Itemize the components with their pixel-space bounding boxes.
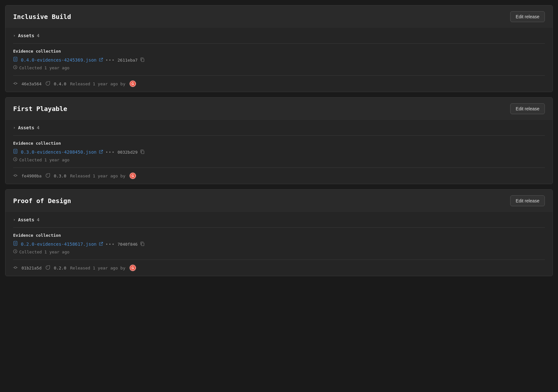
assets-section-proof-of-design: › Assets 4 <box>13 212 545 228</box>
evidence-collection-label: Evidence collection <box>13 141 545 146</box>
release-footer-first-playable: fe4900ba 0.3.0 Released 1 year ago by <box>13 168 545 184</box>
assets-section-inclusive-build: › Assets 4 <box>13 28 545 44</box>
tag-value: 0.2.0 <box>54 266 66 270</box>
chevron-right-icon: › <box>13 217 15 222</box>
tag-icon <box>46 81 50 87</box>
external-link-icon <box>99 150 103 155</box>
assets-count: 4 <box>37 33 39 38</box>
external-link-icon <box>99 58 103 63</box>
commit-icon <box>13 173 18 179</box>
assets-toggle-first-playable[interactable]: › Assets 4 <box>13 125 545 130</box>
evidence-file-link[interactable]: 0.3.0-evidences-4208450.json <box>21 149 97 155</box>
tag-icon <box>46 265 50 271</box>
commit-hash: 46e3a564 <box>21 81 42 86</box>
tag-icon <box>46 173 50 179</box>
evidence-section-first-playable: Evidence collection 0.3.0-evidences-4208… <box>13 136 545 168</box>
assets-count: 4 <box>37 217 39 222</box>
file-icon <box>13 241 18 247</box>
chevron-right-icon: › <box>13 125 15 130</box>
evidence-file-row: 0.4.0-evidences-4245369.json ••• 2611eba… <box>13 57 545 63</box>
hash-dots: ••• <box>106 150 115 155</box>
collected-row: Collected 1 year ago <box>13 249 545 254</box>
file-icon <box>13 149 18 155</box>
copy-icon[interactable] <box>140 57 145 63</box>
file-icon <box>13 57 18 63</box>
avatar: G <box>129 264 136 271</box>
edit-release-button-first-playable[interactable]: Edit release <box>510 103 545 114</box>
released-text: Released 1 year ago by <box>70 266 125 270</box>
release-body-first-playable: › Assets 4 Evidence collection <box>5 120 553 184</box>
collected-row: Collected 1 year ago <box>13 157 545 162</box>
hash-value: 7040f846 <box>118 242 138 247</box>
hash-dots: ••• <box>106 242 115 247</box>
commit-icon <box>13 265 18 271</box>
assets-label: Assets <box>18 125 34 130</box>
assets-count: 4 <box>37 125 39 130</box>
release-card-inclusive-build: Inclusive Build Edit release › Assets 4 … <box>5 5 553 92</box>
commit-hash: fe4900ba <box>21 174 42 178</box>
edit-release-button-inclusive-build[interactable]: Edit release <box>510 11 545 22</box>
evidence-file-link[interactable]: 0.2.0-evidences-4158617.json <box>21 242 97 247</box>
clock-icon <box>13 249 17 254</box>
svg-text:G: G <box>131 266 134 270</box>
external-link-icon <box>99 242 103 247</box>
svg-point-20 <box>14 175 16 176</box>
svg-point-6 <box>14 82 16 84</box>
release-footer-inclusive-build: 46e3a564 0.4.0 Released 1 year ago by <box>13 76 545 92</box>
clock-icon <box>13 65 17 70</box>
release-title-proof-of-design: Proof of Design <box>13 197 71 205</box>
released-text: Released 1 year ago by <box>70 174 125 178</box>
assets-toggle-inclusive-build[interactable]: › Assets 4 <box>13 33 545 38</box>
evidence-collection-label: Evidence collection <box>13 233 545 238</box>
collected-text: Collected 1 year ago <box>19 250 70 254</box>
evidence-file-link[interactable]: 0.4.0-evidences-4245369.json <box>21 57 97 63</box>
release-header-first-playable: First Playable Edit release <box>5 98 553 120</box>
copy-icon[interactable] <box>140 242 145 247</box>
commit-icon <box>13 81 18 87</box>
collected-text: Collected 1 year ago <box>19 65 70 70</box>
tag-value: 0.4.0 <box>54 81 66 86</box>
hash-value: 2611eba7 <box>118 58 138 63</box>
hash-value: 0032bd29 <box>118 150 138 155</box>
svg-rect-4 <box>141 59 144 62</box>
release-card-proof-of-design: Proof of Design Edit release › Assets 4 … <box>5 189 553 276</box>
collected-text: Collected 1 year ago <box>19 158 70 162</box>
collected-row: Collected 1 year ago <box>13 65 545 70</box>
tag-value: 0.3.0 <box>54 174 66 178</box>
assets-label: Assets <box>18 33 34 38</box>
evidence-section-inclusive-build: Evidence collection 0.4.0-evidences-4245… <box>13 44 545 76</box>
release-title-inclusive-build: Inclusive Build <box>13 13 71 21</box>
release-footer-proof-of-design: 01b21a5d 0.2.0 Released 1 year ago by <box>13 260 545 276</box>
svg-rect-18 <box>141 151 144 154</box>
svg-text:G: G <box>131 174 134 178</box>
chevron-right-icon: › <box>13 33 15 38</box>
evidence-section-proof-of-design: Evidence collection 0.2.0-evidences-4158… <box>13 228 545 260</box>
edit-release-button-proof-of-design[interactable]: Edit release <box>510 195 545 206</box>
evidence-collection-label: Evidence collection <box>13 49 545 54</box>
svg-point-37 <box>47 267 47 267</box>
assets-toggle-proof-of-design[interactable]: › Assets 4 <box>13 217 545 222</box>
assets-label: Assets <box>18 217 34 222</box>
evidence-file-row: 0.3.0-evidences-4208450.json ••• 0032bd2… <box>13 149 545 155</box>
assets-section-first-playable: › Assets 4 <box>13 120 545 136</box>
avatar: G <box>129 172 136 179</box>
svg-text:G: G <box>131 82 134 86</box>
commit-hash: 01b21a5d <box>21 266 42 270</box>
hash-dots: ••• <box>106 58 115 63</box>
evidence-file-row: 0.2.0-evidences-4158617.json ••• 7040f84… <box>13 241 545 247</box>
svg-point-9 <box>47 82 47 83</box>
release-card-first-playable: First Playable Edit release › Assets 4 E… <box>5 97 553 184</box>
svg-point-34 <box>14 267 16 268</box>
release-header-proof-of-design: Proof of Design Edit release <box>5 190 553 212</box>
released-text: Released 1 year ago by <box>70 81 125 86</box>
clock-icon <box>13 157 17 162</box>
release-title-first-playable: First Playable <box>13 105 67 113</box>
release-body-inclusive-build: › Assets 4 Evidence collection <box>5 28 553 92</box>
avatar: G <box>129 80 136 87</box>
svg-rect-32 <box>141 243 144 246</box>
copy-icon[interactable] <box>140 149 145 155</box>
release-header-inclusive-build: Inclusive Build Edit release <box>5 5 553 28</box>
release-body-proof-of-design: › Assets 4 Evidence collection <box>5 212 553 276</box>
svg-point-23 <box>47 175 47 175</box>
